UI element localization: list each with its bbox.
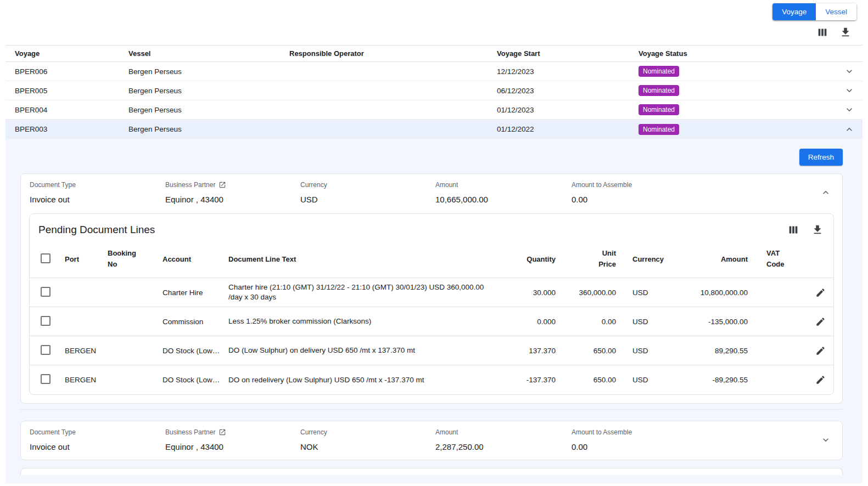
quantity-cell: -137.370	[501, 376, 556, 384]
column-header-voyage-start: Voyage Start	[497, 49, 639, 58]
document-type-value: Invoice out	[30, 442, 165, 451]
vessel-cell: Bergen Perseus	[128, 125, 289, 133]
business-partner-label: Business Partner	[165, 181, 215, 189]
column-header-responsible-operator: Responsible Operator	[289, 49, 497, 58]
column-header-vat-code: VAT Code	[766, 248, 788, 270]
unit-price-cell: 360,000.00	[556, 289, 616, 297]
voyage-cell: BPER004	[15, 106, 128, 114]
edit-pencil-icon	[815, 287, 826, 298]
account-cell: Commission	[163, 318, 228, 326]
status-badge: Nominated	[639, 85, 679, 96]
currency-value: USD	[300, 195, 435, 204]
quantity-cell: 0.000	[501, 318, 556, 326]
vessel-cell: Bergen Perseus	[128, 87, 289, 95]
voyage-start-cell: 01/12/2023	[497, 106, 639, 114]
voyage-row-bper003-expanded[interactable]: BPER003 Bergen Perseus 01/12/2022 Nomina…	[5, 120, 863, 139]
column-settings-button[interactable]	[815, 25, 830, 39]
voyage-cell: BPER003	[15, 125, 128, 133]
vessel-cell: Bergen Perseus	[128, 106, 289, 114]
unit-price-cell: 650.00	[556, 376, 616, 384]
voyage-start-cell: 06/12/2023	[497, 87, 639, 95]
unit-price-cell: 650.00	[556, 347, 616, 355]
voyage-row-bper006[interactable]: BPER006 Bergen Perseus 12/12/2023 Nomina…	[5, 62, 863, 81]
voyages-table-toolbar	[0, 24, 868, 45]
amount-to-assemble-value: 0.00	[572, 195, 814, 204]
open-in-new-icon[interactable]	[219, 428, 226, 436]
column-header-vessel: Vessel	[128, 49, 289, 58]
amount-to-assemble-label: Amount to Assemble	[572, 428, 814, 436]
account-cell: DO Stock (Low…	[163, 347, 228, 355]
document-line-text-cell: DO on redelivery (Low Sulphur) USD 650 /…	[228, 375, 501, 385]
expand-document-button[interactable]	[818, 432, 833, 448]
download-icon	[811, 224, 824, 236]
document-line-row: BERGEN DO Stock (Low… DO on redelivery (…	[30, 365, 833, 394]
collapse-document-button[interactable]	[818, 185, 833, 200]
document-line-row: Commission Less 1.25% broker commission …	[30, 307, 833, 336]
edit-line-button[interactable]	[813, 372, 828, 387]
amount-to-assemble-value: 0.00	[572, 442, 814, 451]
collapse-row-button[interactable]	[842, 122, 857, 137]
expand-row-button[interactable]	[842, 83, 857, 98]
lines-column-settings-button[interactable]	[786, 223, 800, 237]
amount-cell: -89,290.55	[665, 376, 748, 384]
currency-cell: USD	[616, 318, 665, 326]
select-all-checkbox[interactable]	[41, 253, 51, 263]
status-badge: Nominated	[639, 124, 679, 135]
voyage-detail-area: Refresh Document Type Invoice out Busine…	[5, 139, 863, 483]
view-column-icon	[816, 26, 828, 38]
row-checkbox[interactable]	[41, 345, 51, 355]
refresh-button[interactable]: Refresh	[799, 149, 843, 166]
amount-cell: -135,000.00	[665, 318, 748, 326]
expand-row-button[interactable]	[842, 64, 857, 79]
currency-cell: USD	[616, 347, 665, 355]
edit-pencil-icon	[815, 317, 826, 327]
voyage-toggle-button[interactable]: Voyage	[772, 3, 816, 20]
amount-to-assemble-label: Amount to Assemble	[572, 181, 814, 189]
status-badge: Nominated	[639, 104, 679, 115]
view-column-icon	[787, 224, 799, 236]
column-header-booking-no: Booking No	[108, 248, 138, 270]
row-checkbox[interactable]	[41, 374, 51, 384]
row-checkbox[interactable]	[41, 316, 51, 326]
column-header-amount: Amount	[665, 255, 748, 263]
column-header-unit-price: Unit Price	[594, 248, 616, 270]
expand-row-button[interactable]	[842, 102, 857, 117]
view-toggle: Voyage Vessel	[772, 3, 856, 20]
quantity-cell: 137.370	[501, 347, 556, 355]
pending-lines-header: Port Booking No Account Document Line Te…	[30, 241, 833, 278]
chevron-up-icon	[844, 124, 855, 135]
quantity-cell: 30.000	[501, 289, 556, 297]
amount-cell: 89,290.55	[665, 347, 748, 355]
vessel-cell: Bergen Perseus	[128, 67, 289, 76]
amount-label: Amount	[435, 181, 572, 189]
unit-price-cell: 0.00	[556, 318, 616, 326]
document-line-text-cell: DO (Low Sulphur) on delivery USD 650 /mt…	[228, 346, 501, 355]
edit-line-button[interactable]	[813, 343, 828, 358]
document-line-row: Charter Hire Charter hire (21:10 (GMT) 3…	[30, 278, 833, 307]
voyage-row-bper005[interactable]: BPER005 Bergen Perseus 06/12/2023 Nomina…	[5, 81, 863, 100]
download-button[interactable]	[838, 25, 853, 39]
document-type-label: Document Type	[30, 181, 165, 189]
currency-cell: USD	[616, 376, 665, 384]
account-cell: DO Stock (Low…	[163, 376, 228, 384]
lines-download-button[interactable]	[810, 223, 825, 237]
currency-cell: USD	[616, 289, 665, 297]
status-badge: Nominated	[639, 66, 679, 77]
document-type-value: Invoice out	[30, 195, 165, 204]
chevron-down-icon	[844, 85, 855, 96]
voyage-cell: BPER006	[15, 67, 128, 76]
card-divider	[20, 409, 843, 410]
currency-value: NOK	[300, 442, 435, 451]
vessel-toggle-button[interactable]: Vessel	[816, 3, 856, 20]
row-checkbox[interactable]	[41, 287, 51, 297]
document-summary[interactable]: Document Type Invoice out Business Partn…	[21, 421, 842, 460]
edit-line-button[interactable]	[813, 314, 828, 329]
document-type-label: Document Type	[30, 428, 165, 436]
business-partner-value: Equinor , 43400	[165, 442, 300, 451]
edit-line-button[interactable]	[813, 285, 828, 300]
voyage-row-bper004[interactable]: BPER004 Bergen Perseus 01/12/2023 Nomina…	[5, 100, 863, 120]
column-header-voyage-status: Voyage Status	[639, 49, 831, 58]
column-header-account: Account	[163, 255, 228, 263]
document-summary[interactable]: Document Type Invoice out Business Partn…	[21, 174, 842, 212]
open-in-new-icon[interactable]	[219, 181, 226, 189]
